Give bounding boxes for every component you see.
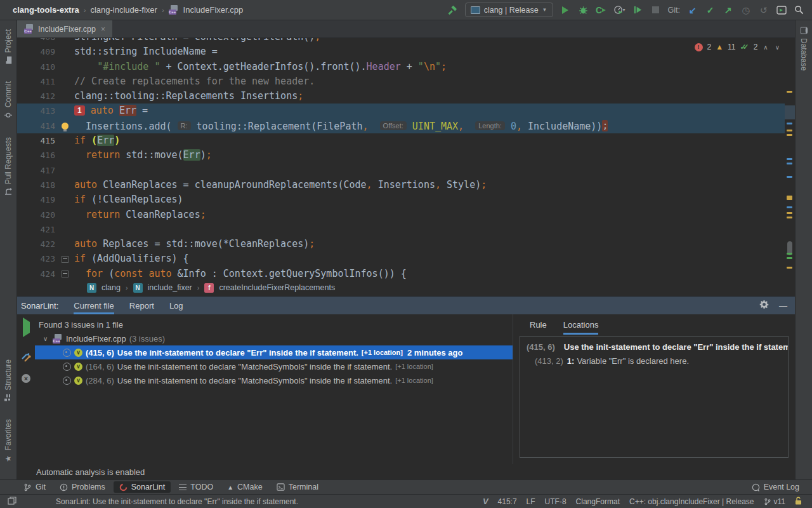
line-number[interactable]: 414: [17, 119, 55, 133]
tab-locations[interactable]: Locations: [563, 314, 599, 335]
line-number[interactable]: 418: [17, 178, 55, 192]
run-with-coverage-button[interactable]: C: [596, 4, 606, 16]
previous-issue-icon[interactable]: ∧: [762, 44, 769, 51]
code-line-422[interactable]: 422auto Replaces = std::move(*CleanRepla…: [17, 237, 785, 251]
gutter[interactable]: [55, 38, 74, 44]
line-number[interactable]: 421: [17, 222, 55, 237]
file-node[interactable]: ∨ C++ IncludeFixer.cpp (3 issues): [35, 331, 513, 345]
line-number[interactable]: 422: [17, 237, 55, 251]
toolwindow-terminal[interactable]: Terminal: [271, 481, 324, 493]
code-line-420[interactable]: 420 return CleanReplaces;: [17, 208, 785, 222]
file-encoding[interactable]: UTF-8: [545, 497, 566, 506]
unlocked-icon[interactable]: [795, 497, 802, 507]
tab-report[interactable]: Report: [129, 297, 154, 314]
gear-icon[interactable]: [759, 300, 769, 311]
line-number[interactable]: 420: [17, 208, 55, 222]
analyze-button[interactable]: [23, 322, 30, 333]
hide-panel-icon[interactable]: —: [779, 301, 787, 311]
gutter[interactable]: [55, 237, 74, 251]
line-number[interactable]: 412: [17, 89, 55, 104]
tab-current-file[interactable]: Current file: [74, 297, 114, 314]
line-number[interactable]: 413: [17, 104, 55, 118]
sidebar-item-database[interactable]: Database: [799, 27, 808, 70]
build-hammer-icon[interactable]: [447, 4, 458, 16]
gutter[interactable]: [55, 44, 74, 59]
gutter[interactable]: [55, 178, 74, 192]
sidebar-item-pull-requests[interactable]: Pull Requests: [4, 137, 13, 196]
location-flow[interactable]: (413, 2)1:Variable "Err" is declared her…: [527, 356, 782, 366]
code-line-416[interactable]: 416 return std::move(Err);: [17, 148, 785, 163]
run-button[interactable]: [560, 4, 571, 16]
line-number[interactable]: 423: [17, 251, 55, 266]
fold-marker-icon[interactable]: [62, 271, 69, 277]
issue-row[interactable]: ∨(164, 6)Use the init-statement to decla…: [35, 359, 513, 373]
gutter[interactable]: [55, 267, 74, 279]
gutter[interactable]: [55, 133, 74, 148]
stop-button[interactable]: [650, 4, 661, 16]
breadcrumb-project[interactable]: clang-tools-extra: [13, 5, 79, 15]
code-line-411[interactable]: 411// Create replacements for the new he…: [17, 74, 785, 89]
file-tab[interactable]: C++ IncludeFixer.cpp ×: [17, 20, 112, 37]
gutter[interactable]: [55, 89, 74, 104]
gutter[interactable]: [55, 74, 74, 89]
debug-button[interactable]: [578, 4, 589, 16]
issue-row[interactable]: ∨(415, 6)Use the init-statement to decla…: [35, 345, 513, 359]
event-log-button[interactable]: Event Log: [752, 483, 804, 491]
gutter[interactable]: [55, 251, 74, 266]
git-push-icon[interactable]: ↗: [723, 4, 733, 16]
line-number[interactable]: 411: [17, 74, 55, 89]
code-line-417[interactable]: 417: [17, 163, 785, 178]
sidebar-item-favorites[interactable]: ★ Favorites: [4, 419, 13, 463]
tab-log[interactable]: Log: [169, 297, 183, 314]
code-editor[interactable]: 408StringRef FilePath = Context.getFileP…: [17, 38, 795, 279]
gutter[interactable]: [55, 60, 74, 74]
sidebar-item-project[interactable]: Project: [4, 29, 13, 64]
clear-icon[interactable]: ×: [22, 374, 30, 383]
toolwindow-sonarlint[interactable]: SonarLint: [114, 481, 171, 493]
code-line-409[interactable]: 409std::string IncludeName =: [17, 44, 785, 59]
code-line-418[interactable]: 418auto CleanReplaces = cleanupAroundRep…: [17, 178, 785, 192]
editor-scrollbar[interactable]: [785, 38, 795, 279]
code-line-419[interactable]: 419if (!CleanReplaces): [17, 192, 785, 207]
gutter[interactable]: [55, 119, 74, 133]
fold-marker-icon[interactable]: [62, 256, 69, 263]
code-line-415[interactable]: 415if (Err): [17, 133, 785, 148]
gutter[interactable]: [55, 222, 74, 237]
toolwindow-todo[interactable]: TODO: [173, 481, 219, 493]
line-number[interactable]: 419: [17, 192, 55, 207]
breadcrumb-folder[interactable]: clang-include-fixer: [90, 5, 157, 15]
toolwindow-problems[interactable]: Problems: [54, 481, 111, 493]
formatter[interactable]: ClangFormat: [576, 497, 620, 506]
breadcrumb-function[interactable]: createIncludeFixerReplacements: [219, 283, 335, 292]
rollback-icon[interactable]: ↺: [758, 4, 769, 16]
toolwindow-cmake[interactable]: ▲ CMake: [221, 481, 268, 493]
chevron-down-icon[interactable]: ∨: [43, 335, 49, 342]
code-line-408[interactable]: 408StringRef FilePath = Context.getFileP…: [17, 38, 785, 44]
caret-position[interactable]: 415:7: [498, 497, 517, 506]
run-config-select[interactable]: clang | Release ▼: [465, 3, 553, 17]
code-line-413[interactable]: 4131 auto Err =: [17, 104, 785, 118]
issue-row[interactable]: ∨(284, 6)Use the init-statement to decla…: [35, 373, 513, 387]
line-number[interactable]: 415: [17, 133, 55, 148]
restore-windows-icon[interactable]: [8, 497, 16, 507]
close-tab-icon[interactable]: ×: [101, 25, 105, 34]
ideavim-icon[interactable]: V: [483, 497, 488, 506]
intention-bulb-icon[interactable]: [62, 123, 69, 130]
breadcrumb-file[interactable]: IncludeFixer.cpp: [183, 5, 244, 15]
line-ending[interactable]: LF: [527, 497, 535, 506]
git-commit-icon[interactable]: ✓: [705, 4, 716, 16]
code-line-414[interactable]: 414 Insertions.add( R: tooling::Replacem…: [17, 119, 785, 133]
sidebar-item-structure[interactable]: Structure: [4, 359, 13, 401]
breadcrumb-namespace[interactable]: clang: [102, 283, 121, 292]
git-update-icon[interactable]: ↙: [687, 4, 698, 16]
gutter[interactable]: [55, 163, 74, 178]
attach-to-process-button[interactable]: [632, 4, 643, 16]
gutter[interactable]: [55, 192, 74, 207]
gutter[interactable]: [55, 208, 74, 222]
tab-rule[interactable]: Rule: [530, 314, 547, 335]
code-line-421[interactable]: 421: [17, 222, 785, 237]
local-history-icon[interactable]: ◷: [740, 4, 751, 16]
gutter[interactable]: [55, 104, 74, 118]
line-number[interactable]: 409: [17, 44, 55, 59]
configure-tools-icon[interactable]: [22, 352, 31, 364]
